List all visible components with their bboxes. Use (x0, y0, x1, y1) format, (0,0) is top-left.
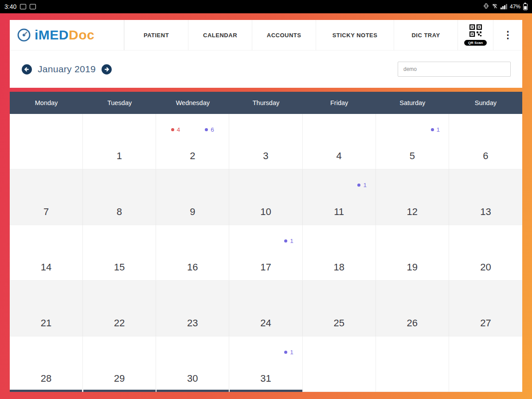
weekday-wednesday: Wednesday (156, 92, 229, 114)
day-number: 1 (83, 150, 156, 162)
nav-item-calendar[interactable]: CALENDAR (188, 20, 252, 50)
day-number: 6 (449, 150, 522, 162)
calendar-cell[interactable]: 12 (376, 169, 449, 225)
overflow-menu-button[interactable]: ⋮ (493, 20, 522, 50)
calendar-cell[interactable] (303, 336, 376, 392)
calendar-cell[interactable]: 30 (156, 336, 229, 392)
calendar-cell[interactable]: 26 (376, 281, 449, 336)
day-number: 28 (10, 373, 82, 384)
screenshot-icon (20, 4, 26, 9)
calendar-cell[interactable]: 3 (229, 114, 302, 169)
day-number: 12 (376, 206, 449, 218)
event-count: 6 (211, 126, 214, 133)
event-badge[interactable]: 1 (284, 238, 293, 244)
signal-icon (501, 4, 507, 9)
calendar-cell[interactable]: 16 (156, 225, 229, 281)
day-number: 26 (376, 317, 449, 329)
weekday-friday: Friday (303, 92, 376, 114)
calendar-cell[interactable]: 25 (303, 281, 376, 336)
calendar-cell[interactable]: 13 (449, 169, 522, 225)
day-number: 8 (83, 206, 156, 218)
calendar-cell[interactable]: 28 (10, 336, 83, 392)
event-count: 4 (177, 126, 180, 133)
status-time: 3:40 (4, 3, 16, 10)
calendar-cell[interactable] (10, 114, 83, 169)
nav-item-dic-tray[interactable]: DIC TRAY (394, 20, 458, 50)
calendar-grid: 1462341567891011112131415161171819202122… (10, 114, 522, 392)
day-number: 25 (303, 317, 376, 329)
battery-icon (523, 4, 528, 10)
qr-scan-button[interactable]: QR Scan (458, 20, 493, 50)
calendar-cell[interactable]: 22 (83, 281, 156, 336)
day-number: 30 (156, 373, 229, 384)
weekday-tuesday: Tuesday (83, 92, 156, 114)
calendar-cell[interactable]: 6 (449, 114, 522, 169)
image-icon (30, 4, 36, 9)
weekday-saturday: Saturday (376, 92, 449, 114)
calendar-cell[interactable]: 131 (229, 336, 302, 392)
day-number: 29 (83, 373, 156, 384)
calendar-cell[interactable]: 8 (83, 169, 156, 225)
day-number: 2 (156, 150, 229, 162)
calendar-toolbar: January 2019 (10, 50, 522, 88)
calendar-cell[interactable]: 462 (156, 114, 229, 169)
calendar-cell[interactable]: 29 (83, 336, 156, 392)
previous-month-button[interactable] (21, 64, 32, 75)
calendar-cell[interactable]: 15 (83, 225, 156, 281)
calendar-cell[interactable]: 20 (449, 225, 522, 281)
event-badge[interactable]: 1 (284, 349, 293, 356)
calendar-cell[interactable]: 19 (376, 225, 449, 281)
day-number: 15 (83, 262, 156, 273)
weekday-thursday: Thursday (229, 92, 302, 114)
app-logo[interactable]: iMEDDoc (10, 20, 124, 50)
qr-code-icon (469, 24, 482, 39)
day-number: 27 (449, 317, 522, 329)
day-number: 22 (83, 317, 156, 329)
month-navigation: January 2019 (21, 64, 112, 75)
nav-item-accounts[interactable]: ACCOUNTS (252, 20, 316, 50)
calendar-cell[interactable]: 1 (83, 114, 156, 169)
event-count: 1 (437, 126, 440, 133)
calendar-cell[interactable]: 4 (303, 114, 376, 169)
day-number: 5 (376, 150, 449, 162)
calendar-cell[interactable] (449, 336, 522, 392)
next-month-button[interactable] (101, 64, 112, 75)
status-bar: 3:40 47% (0, 0, 532, 13)
calendar-cell[interactable]: 27 (449, 281, 522, 336)
event-count: 1 (290, 238, 293, 244)
event-badge[interactable]: 4 (171, 126, 180, 133)
event-dot-icon (205, 128, 208, 131)
day-number: 21 (10, 317, 82, 329)
day-number: 4 (303, 150, 376, 162)
search-input[interactable] (398, 62, 511, 77)
day-number: 20 (449, 262, 522, 273)
weekday-sunday: Sunday (449, 92, 522, 114)
day-number: 24 (229, 317, 302, 329)
calendar-cell[interactable] (376, 336, 449, 392)
weekday-monday: Monday (10, 92, 83, 114)
calendar-cell[interactable]: 9 (156, 169, 229, 225)
calendar-cell[interactable]: 23 (156, 281, 229, 336)
calendar-cell[interactable]: 7 (10, 169, 83, 225)
calendar-cell[interactable]: 24 (229, 281, 302, 336)
day-number: 23 (156, 317, 229, 329)
event-badge[interactable]: 1 (431, 126, 440, 133)
calendar-cell[interactable]: 15 (376, 114, 449, 169)
logo-imed: iMED (35, 27, 69, 42)
calendar-cell[interactable]: 21 (10, 281, 83, 336)
calendar-cell[interactable]: 18 (303, 225, 376, 281)
calendar-cell[interactable]: 117 (229, 225, 302, 281)
calendar-cell[interactable]: 14 (10, 225, 83, 281)
month-title: January 2019 (38, 64, 96, 74)
event-badge[interactable]: 6 (205, 126, 214, 133)
calendar-cell[interactable]: 111 (303, 169, 376, 225)
day-number: 31 (229, 373, 302, 384)
wifi-off-icon (492, 3, 498, 10)
kebab-menu-icon: ⋮ (503, 29, 513, 41)
event-dot-icon (284, 351, 287, 354)
nav-item-patient[interactable]: PATIENT (124, 20, 188, 50)
day-number: 10 (229, 206, 302, 218)
calendar-cell[interactable]: 10 (229, 169, 302, 225)
event-badge[interactable]: 1 (357, 182, 367, 188)
nav-item-sticky-notes[interactable]: STICKY NOTES (316, 20, 394, 50)
